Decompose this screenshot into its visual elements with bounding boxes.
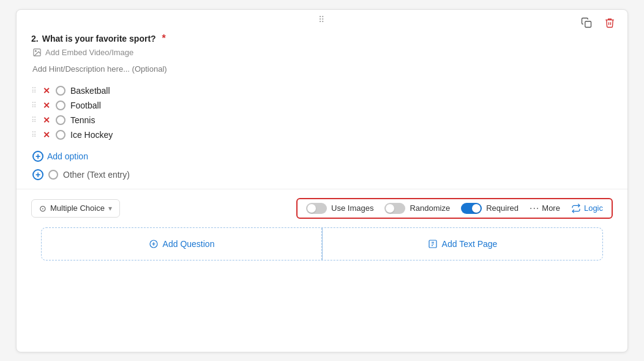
add-text-page-label: Add Text Page (442, 239, 498, 249)
option-row: ⠿ ✕ Tennis (31, 113, 613, 127)
add-question-label: Add Question (163, 239, 215, 249)
randomize-toggle[interactable] (384, 203, 405, 214)
add-embed-row[interactable]: Add Embed Video/Image (31, 48, 613, 57)
question-card: ⠿ 2. What is your favorite sport? * (16, 9, 628, 352)
option-radio (56, 86, 66, 96)
footer-controls: Use Images Randomize Required ··· More (296, 198, 613, 219)
add-section: Add Question Add Text Page (41, 227, 603, 260)
option-radio (56, 115, 66, 125)
option-delete-btn[interactable]: ✕ (42, 86, 51, 96)
svg-point-2 (35, 50, 36, 51)
option-row: ⠿ ✕ Ice Hockey (31, 127, 613, 142)
logic-label: Logic (584, 203, 603, 213)
svg-rect-0 (585, 21, 591, 27)
use-images-toggle-group: Use Images (306, 203, 373, 214)
question-title: What is your favorite sport? (42, 34, 156, 44)
required-toggle-group: Required (461, 203, 519, 214)
toggle-knob (307, 204, 316, 213)
add-option-row[interactable]: + Add option (31, 148, 613, 164)
other-radio (48, 170, 58, 180)
add-option-label: Add option (47, 151, 88, 161)
other-label: Other (Text entry) (63, 170, 130, 180)
toggle-knob (386, 204, 394, 213)
footer-row: ⊙ Multiple Choice ▾ Use Images Randomize (17, 189, 627, 227)
option-radio (56, 130, 66, 140)
add-question-button[interactable]: Add Question (42, 228, 322, 260)
option-row: ⠿ ✕ Basketball (31, 83, 613, 98)
add-option-icon: + (32, 151, 43, 162)
add-embed-label: Add Embed Video/Image (45, 48, 133, 57)
toggle-knob (472, 204, 481, 213)
copy-button[interactable] (578, 16, 594, 29)
hint-input[interactable] (31, 62, 613, 76)
options-list: ⠿ ✕ Basketball ⠿ ✕ Football ⠿ ✕ Tennis ⠿… (31, 83, 613, 142)
question-type-icon: ⊙ (39, 203, 47, 213)
option-delete-btn[interactable]: ✕ (42, 130, 51, 140)
question-type-button[interactable]: ⊙ Multiple Choice ▾ (31, 199, 120, 218)
use-images-label: Use Images (331, 203, 373, 213)
add-section-inner: Add Question Add Text Page (42, 228, 602, 260)
add-text-page-button[interactable]: Add Text Page (323, 228, 602, 260)
option-delete-btn[interactable]: ✕ (42, 101, 51, 110)
option-delete-btn[interactable]: ✕ (42, 115, 51, 125)
option-label: Ice Hockey (70, 130, 113, 140)
option-drag-handle[interactable]: ⠿ (31, 131, 37, 139)
required-toggle[interactable] (461, 203, 482, 214)
required-label: Required (486, 203, 519, 213)
more-label: More (542, 203, 560, 213)
question-title-row: 2. What is your favorite sport? * (31, 33, 613, 44)
option-label: Football (70, 101, 101, 110)
option-drag-handle[interactable]: ⠿ (31, 101, 37, 110)
option-drag-handle[interactable]: ⠿ (31, 86, 37, 95)
option-drag-handle[interactable]: ⠿ (31, 116, 37, 124)
required-star: * (162, 33, 166, 44)
option-label: Basketball (70, 86, 110, 96)
top-actions (578, 16, 618, 29)
question-content: 2. What is your favorite sport? * Add Em… (17, 27, 627, 183)
option-radio (56, 101, 66, 110)
chevron-down-icon: ▾ (108, 204, 112, 213)
other-row[interactable]: + Other (Text entry) (31, 167, 613, 183)
randomize-label: Randomize (410, 203, 450, 213)
more-button[interactable]: ··· More (530, 203, 560, 214)
option-row: ⠿ ✕ Football (31, 98, 613, 113)
more-dots-icon: ··· (530, 203, 539, 214)
add-section-wrapper: Add Question Add Text Page (17, 227, 627, 280)
question-number: 2. (31, 34, 39, 44)
logic-button[interactable]: Logic (571, 203, 603, 213)
other-icon: + (32, 169, 43, 180)
delete-button[interactable] (602, 16, 618, 29)
drag-handle[interactable]: ⠿ (17, 10, 627, 27)
option-label: Tennis (70, 115, 95, 125)
randomize-toggle-group: Randomize (384, 203, 450, 214)
use-images-toggle[interactable] (306, 203, 327, 214)
question-type-label: Multiple Choice (50, 203, 105, 213)
